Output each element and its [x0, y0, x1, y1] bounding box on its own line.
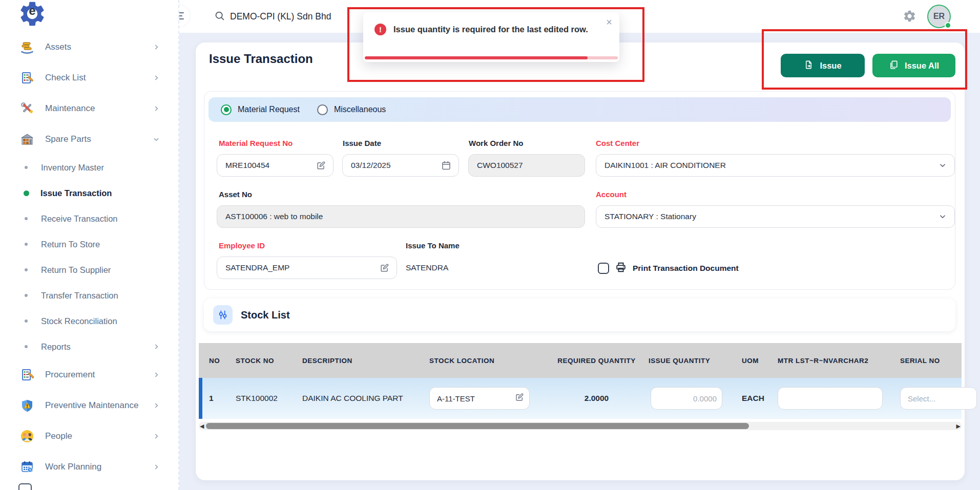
stock-table-row: 1 STK100002 DAIKIN AC COOLING PART 2.000… — [199, 378, 962, 419]
assets-icon — [18, 39, 36, 55]
edit-icon[interactable] — [515, 393, 524, 404]
sidebar-item-label: Procurement — [45, 370, 95, 380]
scroll-right-arrow[interactable]: ▶ — [956, 423, 961, 430]
stock-list-title: Stock List — [241, 309, 290, 321]
chevron-right-icon — [153, 74, 160, 81]
chevron-right-icon — [153, 433, 160, 440]
edit-icon[interactable] — [316, 161, 326, 171]
people-icon — [18, 429, 36, 444]
material-request-no-field[interactable] — [217, 154, 333, 177]
employee-id-input[interactable] — [225, 263, 380, 272]
search-icon — [214, 10, 225, 23]
mtr-lst-input[interactable] — [785, 394, 877, 403]
issue-date-field[interactable] — [342, 154, 459, 177]
serial-no-field[interactable] — [900, 387, 977, 410]
row-uom: EACH — [742, 394, 778, 403]
app-logo[interactable]: e — [17, 0, 47, 29]
stock-table: NO STOCK NO DESCRIPTION STOCK LOCATION R… — [199, 343, 962, 430]
chevron-down-icon — [938, 161, 947, 170]
sidebar-item-return-to-store[interactable]: Return To Store — [0, 231, 178, 257]
issue-quantity-field[interactable] — [651, 387, 722, 410]
stock-location-field[interactable] — [429, 387, 530, 410]
material-request-radio[interactable]: Material Request — [221, 104, 300, 115]
miscellaneous-radio[interactable]: Miscellaneous — [317, 104, 386, 115]
col-stock-no: STOCK NO — [236, 357, 302, 365]
transaction-type-bar: Material Request Miscellaneous — [208, 97, 951, 122]
toast-message: Issue quantity is required for the last … — [393, 25, 588, 34]
sidebar-nav: Assets Check List Maintenance Spare Part… — [0, 32, 178, 482]
sidebar-item-procurement[interactable]: Procurement — [0, 359, 178, 390]
calendar-icon[interactable] — [441, 160, 451, 171]
copy-icon — [889, 60, 899, 72]
error-icon: ! — [374, 24, 386, 35]
partial-sidebar-icon — [18, 483, 32, 490]
printer-icon — [615, 262, 627, 275]
sidebar-item-preventive-maintenance[interactable]: Preventive Maintenance — [0, 390, 178, 421]
checklist-icon — [18, 70, 36, 86]
sidebar-item-reports[interactable]: Reports — [0, 334, 178, 359]
toast-progress-fill — [365, 56, 588, 59]
sidebar-item-people[interactable]: People — [0, 421, 178, 452]
issue-date-label: Issue Date — [343, 139, 381, 147]
sidebar-item-inventory-master[interactable]: Inventory Master — [0, 155, 178, 180]
issue-button[interactable]: Issue — [781, 54, 865, 77]
sidebar-item-receive-transaction[interactable]: Receive Transaction — [0, 206, 178, 231]
bullet-icon — [25, 243, 28, 246]
sidebar-item-maintenance[interactable]: Maintenance — [0, 93, 178, 124]
radio-selected-icon — [221, 104, 232, 115]
toast-close-icon[interactable]: × — [606, 16, 612, 28]
chevron-right-icon — [153, 343, 160, 350]
sidebar-item-stock-reconciliation[interactable]: Stock Reconciliation — [0, 308, 178, 334]
account-select[interactable]: STATIONARY : Stationary — [596, 205, 955, 228]
toast-progress-track — [365, 56, 618, 59]
chevron-right-icon — [153, 371, 160, 378]
serial-no-input[interactable] — [908, 394, 971, 403]
col-description: DESCRIPTION — [302, 357, 429, 365]
row-required-quantity: 2.0000 — [545, 394, 649, 403]
asset-no-label: Asset No — [219, 190, 252, 199]
cost-center-select[interactable]: DAIKIN1001 : AIR CONDITIONER — [596, 154, 955, 177]
procurement-icon — [18, 367, 36, 382]
bullet-icon — [25, 345, 28, 348]
material-request-no-label: Material Request No — [219, 139, 293, 147]
sidebar-item-label: Assets — [45, 42, 71, 52]
employee-id-label: Employee ID — [219, 241, 265, 250]
issue-date-input[interactable] — [351, 161, 441, 170]
horizontal-scrollbar[interactable]: ◀ ▶ — [199, 422, 962, 430]
employee-id-field[interactable] — [217, 257, 397, 279]
settings-gear-icon[interactable] — [903, 9, 916, 25]
sidebar-item-transfer-transaction[interactable]: Transfer Transaction — [0, 283, 178, 308]
scrollbar-thumb[interactable] — [206, 423, 749, 429]
cost-center-label: Cost Center — [596, 139, 639, 147]
mtr-lst-field[interactable] — [778, 387, 883, 410]
company-name: DEMO-CPI (KL) Sdn Bhd — [230, 11, 331, 22]
transaction-form-panel: Material Request Miscellaneous Material … — [204, 91, 955, 290]
issue-to-name-label: Issue To Name — [406, 241, 460, 250]
edit-icon[interactable] — [380, 263, 389, 273]
issue-all-button[interactable]: Issue All — [872, 54, 955, 77]
chevron-right-icon — [153, 44, 160, 51]
asset-no-field: AST100006 : web to mobile — [217, 205, 585, 228]
sidebar-item-work-planning[interactable]: Work Planning — [0, 452, 178, 482]
sidebar-item-return-to-supplier[interactable]: Return To Supplier — [0, 257, 178, 283]
sidebar-item-assets[interactable]: Assets — [0, 32, 178, 62]
error-toast: ! Issue quantity is required for the las… — [363, 12, 619, 62]
scroll-left-arrow[interactable]: ◀ — [200, 423, 204, 430]
sidebar-item-label: Maintenance — [45, 103, 95, 114]
sidebar-item-check-list[interactable]: Check List — [0, 62, 178, 93]
sidebar: e Assets Check List Maintenance — [0, 0, 179, 490]
col-no: NO — [209, 357, 236, 365]
col-stock-location: STOCK LOCATION — [429, 357, 545, 365]
issue-quantity-input[interactable] — [658, 394, 717, 403]
material-request-no-input[interactable] — [225, 161, 316, 170]
bullet-icon — [25, 319, 28, 323]
sidebar-item-spare-parts[interactable]: Spare Parts — [0, 124, 178, 155]
issue-to-name-value: SATENDRA — [406, 263, 448, 272]
stock-location-input[interactable] — [437, 394, 515, 403]
work-order-no-field: CWO100527 — [468, 154, 585, 177]
print-document-checkbox[interactable] — [598, 263, 609, 274]
active-dot-icon — [24, 190, 29, 196]
sidebar-item-issue-transaction[interactable]: Issue Transaction — [0, 180, 178, 206]
chevron-right-icon — [153, 105, 160, 112]
global-search[interactable]: DEMO-CPI (KL) Sdn Bhd — [214, 0, 331, 33]
